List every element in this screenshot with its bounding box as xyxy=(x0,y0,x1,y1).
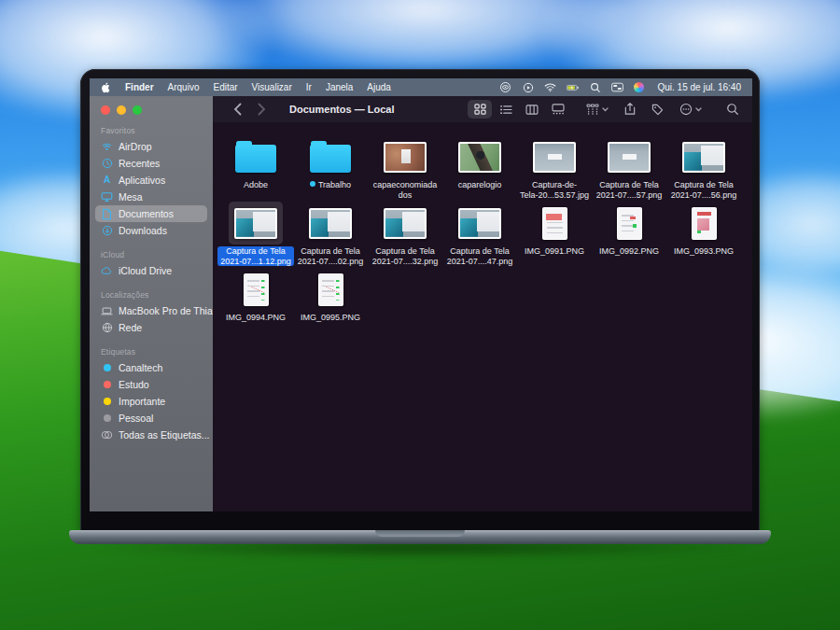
file-captura-57[interactable]: Captura de Tela2021-07....57.png xyxy=(592,135,666,202)
close-button[interactable] xyxy=(101,105,110,115)
sidebar-item-all-tags[interactable]: Todas as Etiquetas... xyxy=(90,427,213,443)
sidebar-item-tag-importante[interactable]: Importante xyxy=(90,393,213,410)
chevron-down-icon xyxy=(695,107,702,112)
tag-icon[interactable] xyxy=(651,104,664,116)
file-label: IMG_0995.PNG xyxy=(298,313,363,323)
sidebar-section-localizacoes: Localizações MacBook Pro de Thia... Rede xyxy=(90,288,213,336)
menu-bar: Finder Arquivo Editar Visualizar Ir Jane… xyxy=(90,78,752,96)
minimize-button[interactable] xyxy=(117,105,126,115)
file-trabalho[interactable]: Trabalho xyxy=(293,135,368,202)
menu-ir[interactable]: Ir xyxy=(306,82,312,92)
file-captura-112-selected[interactable]: Captura de Tela2021-07...1.12.png xyxy=(218,202,293,268)
screenshot-thumbnail xyxy=(533,142,576,173)
sidebar-item-documentos[interactable]: Documentos xyxy=(95,205,207,222)
sidebar-item-label: Mesa xyxy=(119,191,143,203)
gallery-view-icon[interactable] xyxy=(546,100,570,119)
zoom-button[interactable] xyxy=(133,105,142,115)
menu-visualizar[interactable]: Visualizar xyxy=(252,82,292,92)
sidebar-item-aplicativos[interactable]: A Aplicativos xyxy=(90,172,213,189)
desktop-icon xyxy=(101,191,113,203)
menu-editar[interactable]: Editar xyxy=(213,82,237,92)
file-grid: Adobe Trabalho capaeconomiadados caparel… xyxy=(213,122,752,511)
sidebar-item-label: iCloud Drive xyxy=(119,265,172,276)
clock-icon xyxy=(101,158,113,170)
tag-color-dot xyxy=(104,414,111,422)
more-icon[interactable] xyxy=(679,103,702,116)
search-icon[interactable] xyxy=(726,103,739,116)
finder-main: Documentos — Local xyxy=(213,96,752,511)
sidebar-item-recentes[interactable]: Recentes xyxy=(90,155,213,172)
list-view-icon[interactable] xyxy=(494,100,518,119)
grid-view-icon[interactable] xyxy=(468,100,492,119)
siri-icon[interactable] xyxy=(634,82,644,92)
laptop-base xyxy=(69,530,771,544)
control-center-icon[interactable] xyxy=(611,81,623,93)
share-icon[interactable] xyxy=(624,103,636,116)
sidebar-item-tag-pessoal[interactable]: Pessoal xyxy=(90,410,213,427)
file-img-0994[interactable]: IMG_0994.PNG xyxy=(218,268,293,334)
forward-icon[interactable] xyxy=(254,102,269,117)
file-label: IMG_0991.PNG xyxy=(522,246,587,257)
screenshot-thumbnail xyxy=(458,208,501,239)
menu-ajuda[interactable]: Ajuda xyxy=(367,82,391,92)
file-img-0992[interactable]: IMG_0992.PNG xyxy=(592,202,666,268)
menu-arquivo[interactable]: Arquivo xyxy=(168,82,200,92)
file-label: IMG_0994.PNG xyxy=(223,313,288,323)
document-icon xyxy=(101,208,113,220)
file-capaeconomiadados[interactable]: capaeconomiadados xyxy=(368,135,442,202)
file-label: IMG_0992.PNG xyxy=(596,246,662,257)
back-icon[interactable] xyxy=(230,102,245,117)
play-circle-icon[interactable] xyxy=(522,81,534,93)
file-caparelogio[interactable]: caparelogio xyxy=(442,135,517,202)
image-thumbnail xyxy=(542,207,567,240)
menu-bar-clock[interactable]: Qui. 15 de jul. 16:40 xyxy=(657,82,741,92)
file-captura-02[interactable]: Captura de Tela2021-07....02.png xyxy=(293,202,368,268)
file-label-selected: Captura de Tela2021-07...1.12.png xyxy=(217,246,294,266)
file-label: capaeconomiadados xyxy=(371,180,441,200)
downloads-icon xyxy=(101,225,113,237)
wifi-icon[interactable] xyxy=(544,81,556,93)
group-by-icon[interactable] xyxy=(586,104,609,115)
file-label: Captura de Tela2021-07....57.png xyxy=(594,180,665,200)
sidebar-item-tag-estudo[interactable]: Estudo xyxy=(90,376,213,393)
sidebar-item-label: Importante xyxy=(119,396,165,407)
finder-sidebar: Favoritos AirDrop Recentes A Aplicativos xyxy=(90,96,213,511)
file-adobe[interactable]: Adobe xyxy=(218,135,293,202)
airdrop-icon xyxy=(101,141,113,153)
file-img-0991[interactable]: IMG_0991.PNG xyxy=(517,202,592,268)
tag-color-dot xyxy=(104,364,111,371)
sidebar-item-label: Recentes xyxy=(119,158,160,169)
tag-color-dot xyxy=(104,381,111,388)
file-captura-5357[interactable]: Captura-de-Tela-20...53.57.jpg xyxy=(517,135,592,202)
globe-icon xyxy=(101,322,113,334)
file-captura-56[interactable]: Captura de Tela2021-07....56.png xyxy=(666,135,741,202)
sidebar-item-mesa[interactable]: Mesa xyxy=(90,189,213,205)
file-captura-32[interactable]: Captura de Tela2021-07....32.png xyxy=(368,202,442,268)
screenshot-thumbnail xyxy=(234,208,277,239)
screenshot-thumbnail xyxy=(309,208,352,239)
file-img-0995[interactable]: IMG_0995.PNG xyxy=(293,268,368,334)
sidebar-item-tag-canaltech[interactable]: Canaltech xyxy=(90,359,213,376)
file-captura-47[interactable]: Captura de Tela2021-07....47.png xyxy=(442,202,517,268)
view-switcher xyxy=(468,100,570,119)
menu-finder[interactable]: Finder xyxy=(125,82,154,92)
sidebar-item-rede[interactable]: Rede xyxy=(90,319,213,336)
sidebar-item-label: Downloads xyxy=(119,225,167,236)
sidebar-item-label: Documentos xyxy=(119,208,174,219)
sidebar-item-icloud-drive[interactable]: iCloud Drive xyxy=(90,262,213,279)
eye-icon[interactable] xyxy=(499,81,511,93)
search-icon[interactable] xyxy=(589,81,601,93)
sidebar-item-label: Canaltech xyxy=(119,362,162,373)
file-img-0993[interactable]: IMG_0993.PNG xyxy=(666,202,741,268)
file-label: Captura de Tela2021-07....56.png xyxy=(668,180,740,200)
sidebar-item-macbook[interactable]: MacBook Pro de Thia... xyxy=(90,302,213,319)
file-label: Captura-de-Tela-20...53.57.jpg xyxy=(517,180,592,200)
menu-janela[interactable]: Janela xyxy=(326,82,353,92)
columns-view-icon[interactable] xyxy=(520,100,544,119)
battery-charging-icon[interactable] xyxy=(567,81,579,93)
sidebar-item-airdrop[interactable]: AirDrop xyxy=(90,138,213,155)
laptop-display: Finder Arquivo Editar Visualizar Ir Jane… xyxy=(90,78,752,511)
finder-window: Favoritos AirDrop Recentes A Aplicativos xyxy=(90,96,752,511)
sidebar-item-downloads[interactable]: Downloads xyxy=(90,222,213,239)
apple-menu-icon[interactable] xyxy=(101,82,112,93)
